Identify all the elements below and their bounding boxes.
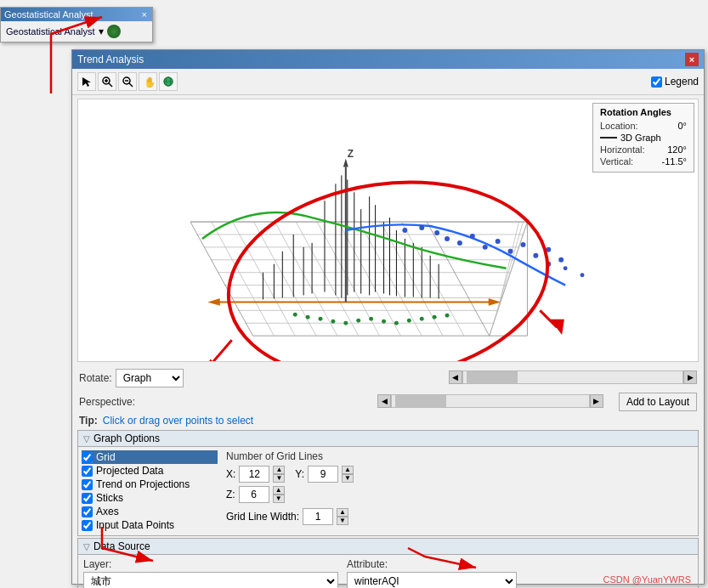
attribute-dropdown[interactable]: winterAQI [347,572,517,588]
grid-width-input[interactable] [303,508,333,525]
3d-line-sample [600,137,617,139]
check-sticks-input[interactable] [82,493,93,504]
tip-label: Tip: [79,415,98,427]
data-source-header[interactable]: ▽ Data Source [78,539,698,555]
pan-button[interactable]: ✋ [139,72,157,91]
check-axes-input[interactable] [82,506,93,517]
add-to-layout-button[interactable]: Add to Layout [619,393,697,411]
grid-y-up[interactable]: ▲ [342,466,354,474]
hscroll-right-btn-2[interactable]: ▶ [590,394,603,408]
globe-button[interactable] [159,72,178,91]
check-axes[interactable]: Axes [82,505,218,518]
select-tool-button[interactable] [77,72,96,91]
grid-x-up[interactable]: ▲ [273,466,285,474]
hscroll-thumb-2[interactable] [395,395,446,407]
svg-point-74 [470,234,475,239]
check-grid-input[interactable] [82,452,93,463]
grid-z-spinners: ▲ ▼ [273,486,285,503]
check-sticks-label: Sticks [96,492,123,504]
graph-options-title: Graph Options [93,433,160,444]
main-toolbar-row: ✋ Legend [72,69,704,95]
main-close-button[interactable]: × [685,53,699,66]
svg-point-81 [558,257,564,263]
layer-dropdown[interactable]: 城市 [83,572,338,588]
vertical-value: -11.5° [662,156,687,167]
grid-y-input[interactable] [308,466,338,483]
check-input-points-input[interactable] [82,520,93,531]
svg-point-98 [420,317,424,321]
horizontal-label: Horizontal: [600,144,645,155]
svg-point-96 [394,321,399,325]
svg-point-88 [293,313,297,317]
svg-point-94 [369,317,373,321]
grid-lines-title: Number of Grid Lines [226,450,354,462]
grid-x-down[interactable]: ▼ [273,474,285,483]
graph-options-checklist: Grid Projected Data Trend on Projections… [82,450,218,532]
graph-area: Z [77,99,699,362]
legend-checkbox[interactable]: Legend [651,76,699,88]
hscroll-left-btn-1[interactable]: ◀ [449,370,462,384]
check-grid[interactable]: Grid [82,450,218,464]
check-projected[interactable]: Projected Data [82,464,218,478]
check-projected-input[interactable] [82,466,93,477]
main-window: Trend Analysis × [71,49,705,585]
3d-graph-label: 3D Graph [620,133,661,143]
grid-z-down[interactable]: ▼ [273,495,285,503]
rotate-label: Rotate: [79,372,112,384]
check-input-points-label: Input Data Points [96,519,174,531]
grid-x-input[interactable] [239,466,269,483]
svg-point-86 [564,266,568,270]
zoom-in-button[interactable] [98,72,116,91]
svg-point-73 [457,240,462,246]
hscroll-right-btn-1[interactable]: ▶ [683,370,697,384]
horizontal-row: Horizontal: 120° [600,144,687,155]
location-label: Location: [600,121,638,131]
svg-line-7 [129,83,133,87]
grid-y-down[interactable]: ▼ [342,474,354,483]
dropdown-arrow: ▾ [99,25,104,37]
main-title-bar: Trend Analysis × [72,50,704,69]
svg-marker-1 [82,77,91,87]
grid-y-spinners: ▲ ▼ [342,466,354,483]
hscroll-thumb-1[interactable] [467,371,518,383]
layer-label: Layer: [83,558,338,570]
check-trend[interactable]: Trend on Projections [82,478,218,491]
rotate-dropdown[interactable]: Graph Data [116,369,184,387]
graph-options-header[interactable]: ▽ Graph Options [78,431,698,447]
geo-analyst-icon [107,25,121,38]
check-input-points[interactable]: Input Data Points [82,518,218,532]
svg-point-92 [343,321,348,325]
grid-width-up[interactable]: ▲ [337,508,348,517]
check-sticks[interactable]: Sticks [82,491,218,505]
toolbar-close-button[interactable]: × [140,9,149,20]
watermark: CSDN @YuanYWRS [603,574,691,585]
svg-point-89 [306,315,310,319]
svg-point-79 [533,253,538,258]
rotation-panel: Rotation Angles Location: 0° 3D Graph Ho… [592,103,694,172]
svg-line-3 [109,83,112,87]
tip-text: Click or drag over points to select [103,415,253,427]
hscroll-track-1[interactable] [462,370,683,384]
svg-point-87 [581,273,585,277]
toolbar-window: Geostatistical Analyst × Geostatistical … [0,7,153,42]
legend-check[interactable] [651,76,662,88]
perspective-label: Perspective: [79,396,135,408]
hscroll-track-2[interactable] [391,394,589,408]
check-axes-label: Axes [96,506,119,517]
grid-z-up[interactable]: ▲ [273,486,285,495]
svg-point-78 [520,242,525,247]
3d-graph-row: 3D Graph [600,133,687,143]
svg-point-90 [319,317,323,321]
hscroll-left-btn-2[interactable]: ◀ [377,394,391,408]
horizontal-value: 120° [667,144,687,155]
grid-z-row: Z: ▲ ▼ [226,486,354,503]
grid-width-spinners: ▲ ▼ [337,508,348,525]
check-grid-label: Grid [96,451,116,463]
grid-x-spinners: ▲ ▼ [273,466,285,483]
grid-width-down[interactable]: ▼ [337,517,348,525]
grid-z-input[interactable] [239,486,269,503]
rotation-panel-title: Rotation Angles [600,107,687,117]
check-trend-input[interactable] [82,479,93,490]
hscroll-row-2: ◀ ▶ [377,394,603,408]
zoom-out-button[interactable] [118,72,137,91]
